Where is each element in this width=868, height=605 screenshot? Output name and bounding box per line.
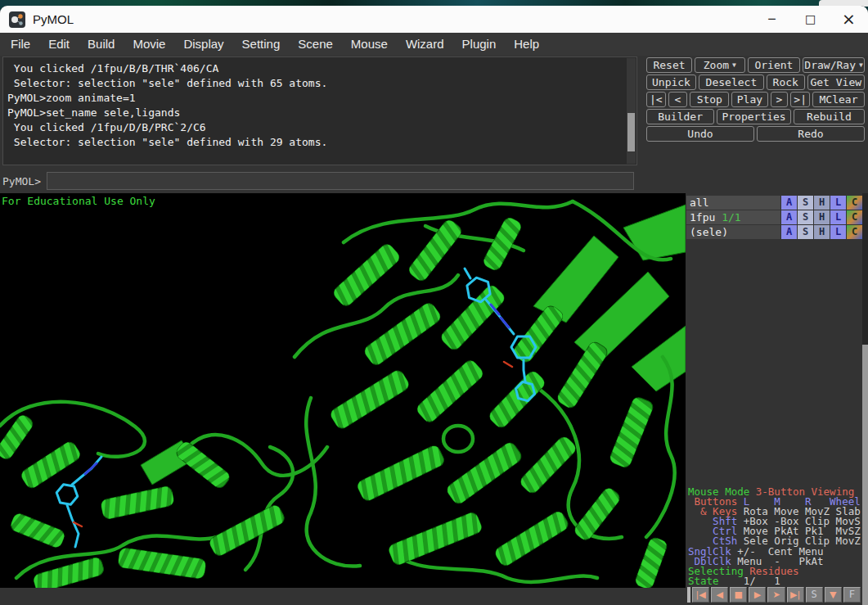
menu-scene[interactable]: Scene <box>289 33 342 56</box>
object-name[interactable]: (sele) <box>686 225 780 239</box>
menu-wizard[interactable]: Wizard <box>397 33 453 56</box>
mclear-button[interactable]: MClear <box>812 92 865 107</box>
movie-s-button[interactable]: S <box>806 587 823 603</box>
object-name[interactable]: all <box>686 196 780 210</box>
undo-button[interactable]: Undo <box>646 126 754 142</box>
console-scrollbar[interactable] <box>627 58 636 164</box>
movie-control-bar: |◀ ◀ ■ ▶ ➤ ▶| S ▼ F <box>687 586 861 603</box>
command-input[interactable] <box>47 172 634 190</box>
molecule-render[interactable] <box>0 193 686 588</box>
object-panel: all A S H L C 1fpu 1/1 A S H L C <box>686 193 868 605</box>
mouse-mode-panel: Mouse Mode 3-Button Viewing Buttons L M … <box>688 487 861 586</box>
close-button[interactable]: × <box>830 6 868 33</box>
step-back-button[interactable]: < <box>668 92 688 107</box>
menu-display[interactable]: Display <box>174 33 232 56</box>
orient-button[interactable]: Orient <box>748 57 801 73</box>
label-l-button[interactable]: L <box>830 210 846 224</box>
console-log[interactable]: You clicked /1fpu/B/B/THR`406/CA Selecto… <box>2 56 637 165</box>
movie-back-button[interactable]: ◀ <box>711 587 728 603</box>
stop-button[interactable]: Stop <box>690 92 729 107</box>
menu-plugin[interactable]: Plugin <box>453 33 506 56</box>
console-line: PyMOL>set_name sele,ligands <box>3 106 636 120</box>
color-c-button[interactable]: C <box>847 225 862 239</box>
redo-button[interactable]: Redo <box>757 126 865 142</box>
window-controls: ─ □ × <box>753 6 868 33</box>
title-bar[interactable]: PyMOL ─ □ × <box>0 6 868 33</box>
maximize-button[interactable]: □ <box>791 6 830 33</box>
hide-h-button[interactable]: H <box>814 196 830 210</box>
menu-build[interactable]: Build <box>79 33 124 56</box>
reset-button[interactable]: Reset <box>646 57 692 73</box>
movie-stop-button[interactable]: ■ <box>730 587 747 603</box>
label-l-button[interactable]: L <box>830 196 846 210</box>
action-a-button[interactable]: A <box>781 196 797 210</box>
watermark-text: For Educational Use Only <box>2 195 155 207</box>
menu-setting[interactable]: Setting <box>233 33 290 56</box>
window-title: PyMOL <box>33 12 74 26</box>
caret-down-icon: ▼ <box>859 59 863 72</box>
main-area: For Educational Use Only PyMOL>_ all A S… <box>0 193 868 605</box>
menu-movie[interactable]: Movie <box>124 33 174 56</box>
console-line: You clicked /1fpu/D/B/PRC`2/C6 <box>3 120 636 135</box>
rebuild-button[interactable]: Rebuild <box>794 109 865 124</box>
seek-end-button[interactable]: >| <box>790 92 810 107</box>
console-line: PyMOL>zoom animate=1 <box>3 91 636 106</box>
movie-end-button[interactable]: ▶| <box>787 587 804 603</box>
viewport-3d[interactable]: For Educational Use Only PyMOL>_ <box>0 193 686 588</box>
state-line: State 1/ 1 <box>688 576 861 586</box>
color-c-button[interactable]: C <box>847 210 862 224</box>
show-s-button[interactable]: S <box>798 225 813 239</box>
menu-file[interactable]: File <box>2 33 39 56</box>
get-view-button[interactable]: Get View <box>807 74 865 90</box>
hide-h-button[interactable]: H <box>814 225 830 239</box>
unpick-button[interactable]: Unpick <box>646 74 696 90</box>
show-s-button[interactable]: S <box>798 196 813 210</box>
console-line: You clicked /1fpu/B/B/THR`406/CA <box>3 61 636 76</box>
play-button[interactable]: Play <box>731 92 767 107</box>
feedback-section: You clicked /1fpu/B/B/THR`406/CA Selecto… <box>0 56 868 193</box>
object-name[interactable]: 1fpu 1/1 <box>686 210 780 224</box>
movie-down-button[interactable]: ▼ <box>825 587 842 603</box>
panel-scrollbar-thumb[interactable] <box>862 345 868 605</box>
properties-button[interactable]: Properties <box>717 109 791 124</box>
object-list: all A S H L C 1fpu 1/1 A S H L C <box>686 196 862 240</box>
panel-scrollbar[interactable] <box>862 193 868 605</box>
console-line: Selector: selection "sele" defined with … <box>3 76 636 91</box>
desktop-background: PyMOL ─ □ × File Edit Build Movie Displa… <box>0 0 868 605</box>
hide-h-button[interactable]: H <box>814 210 830 224</box>
console-line: Selector: selection "sele" defined with … <box>3 135 636 150</box>
pymol-window: PyMOL ─ □ × File Edit Build Movie Displa… <box>0 6 868 605</box>
movie-play-button[interactable]: ▶ <box>749 587 766 603</box>
menu-mouse[interactable]: Mouse <box>342 33 397 56</box>
rock-button[interactable]: Rock <box>767 74 805 90</box>
menu-help[interactable]: Help <box>505 33 548 56</box>
menu-bar: File Edit Build Movie Display Setting Sc… <box>0 33 868 56</box>
console-scrollbar-thumb[interactable] <box>627 113 635 151</box>
deselect-button[interactable]: Deselect <box>699 74 764 90</box>
color-c-button[interactable]: C <box>847 196 862 210</box>
object-row-1fpu: 1fpu 1/1 A S H L C <box>686 210 862 224</box>
show-s-button[interactable]: S <box>798 210 813 224</box>
prompt-label: PyMOL> <box>2 175 47 187</box>
seek-start-button[interactable]: |< <box>646 92 666 107</box>
label-l-button[interactable]: L <box>830 225 846 239</box>
step-forward-button[interactable]: > <box>771 92 789 107</box>
object-row-all: all A S H L C <box>686 196 862 210</box>
pymol-app-icon <box>9 11 25 28</box>
movie-start-button[interactable]: |◀ <box>692 587 709 603</box>
draw-ray-dropdown[interactable]: Draw/Ray▼ <box>803 57 865 73</box>
action-a-button[interactable]: A <box>781 210 797 224</box>
movie-bar-edge <box>687 587 690 603</box>
builder-button[interactable]: Builder <box>646 109 714 124</box>
control-button-panel: Reset Zoom▼ Orient Draw/Ray▼ Unpick Dese… <box>646 57 865 143</box>
zoom-dropdown[interactable]: Zoom▼ <box>695 57 745 73</box>
movie-f-button[interactable]: F <box>843 587 861 603</box>
command-prompt-row: PyMOL> <box>2 171 634 191</box>
movie-forward-button[interactable]: ➤ <box>767 587 785 603</box>
minimize-button[interactable]: ─ <box>753 6 791 33</box>
menu-edit[interactable]: Edit <box>39 33 79 56</box>
action-a-button[interactable]: A <box>781 225 797 239</box>
caret-down-icon: ▼ <box>732 59 736 72</box>
object-row-sele: (sele) A S H L C <box>686 225 862 239</box>
